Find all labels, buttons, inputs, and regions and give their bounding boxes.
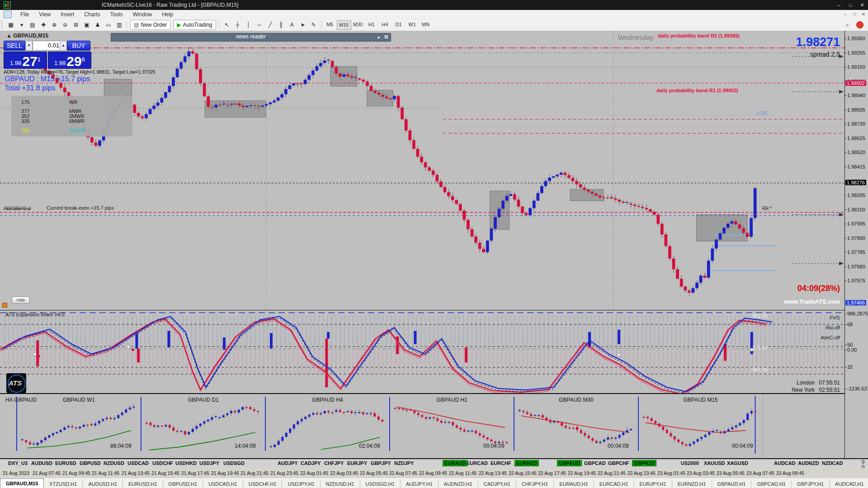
chart-area[interactable]: ▲ GBPAUD,M15 news reader ▲ ⊠ SELL ▼ 0.01… [0, 31, 868, 458]
ticker-eurcad[interactable]: EURCAD [467, 460, 488, 466]
ticker-nzdcad[interactable]: NZDCAD [822, 460, 843, 466]
expansion-index-canvas[interactable] [0, 310, 844, 394]
price-scale[interactable]: 1.993601.992551.991501.990451.989401.988… [844, 31, 868, 458]
chart-type-icon[interactable]: ▤ [28, 20, 38, 29]
timeframe-m30[interactable]: M30 [351, 20, 365, 29]
tab-eurcad-h1[interactable]: EURCAD,H1 [594, 480, 634, 488]
ticker-gbpchf[interactable]: GBPCHF [608, 460, 629, 466]
ticker-gbpnzd[interactable]: GBPNZD [632, 460, 656, 466]
sell-button[interactable]: SELL [4, 41, 25, 51]
close-news-icon[interactable]: ⊠ [384, 33, 388, 40]
menu-view[interactable]: View [34, 10, 56, 19]
search-icon[interactable]: ⌕ [842, 20, 852, 29]
tab-gbpaud-m15[interactable]: GBPAUD,M15 [0, 479, 44, 488]
tab-gbpusd-h1[interactable]: GBPUSD,H1 [163, 480, 203, 488]
ticker-euraud[interactable]: EURAUD [443, 460, 467, 466]
tile-windows-icon[interactable]: ⊞ [71, 20, 81, 29]
draw-tool-3-icon[interactable]: ─ [255, 20, 264, 29]
ticker-gbpcad[interactable]: GBPCAD [584, 460, 606, 466]
ticker-eurnzd[interactable]: EURNZD [514, 460, 539, 466]
indicators-icon[interactable]: ✚ [38, 20, 48, 29]
timeframe-w1[interactable]: W1 [406, 20, 419, 29]
mdi-minimize-button[interactable]: – [841, 10, 850, 19]
close-button[interactable]: ✕ [856, 0, 868, 10]
lot-size-input[interactable]: 0.01 [33, 41, 61, 51]
collapse-icon[interactable]: ▲ [377, 34, 381, 41]
minimize-button[interactable]: – [833, 0, 844, 10]
ticker-usdjpy[interactable]: USDJPY [199, 460, 219, 466]
tab-eurnzd-h1[interactable]: EURNZD,H1 [672, 480, 712, 488]
draw-tool-7-icon[interactable]: ➤ [298, 20, 308, 29]
ticker-gbpjpy[interactable]: GBPJPY [371, 460, 391, 466]
draw-tool-4-icon[interactable]: ╱ [265, 20, 275, 29]
tab-usdcad-h1[interactable]: USDCAD,H1 [203, 480, 243, 488]
ticker-audnzd[interactable]: AUDNZD [798, 460, 819, 466]
autotrading-button[interactable]: ▶ AutoTrading [173, 20, 216, 30]
lot-dropdown[interactable]: ▼ [25, 41, 33, 51]
ticker-audjpy[interactable]: AUDJPY [278, 460, 298, 466]
tab-euraud-h1[interactable]: EURAUD,H1 [554, 480, 594, 488]
time-axis[interactable]: 21 Aug 202321 Aug 07:4521 Aug 09:4521 Au… [0, 468, 868, 479]
timeframe-h1[interactable]: H1 [365, 20, 378, 29]
draw-tool-1-icon[interactable]: ┼ [233, 20, 243, 29]
draw-tool-8-icon[interactable]: ✎ [309, 20, 319, 29]
tab-audusd-h1[interactable]: AUDUSD,H1 [83, 480, 123, 488]
tab-usdsgd-h1[interactable]: USDSGD,H1 [360, 480, 401, 488]
tab-chfjpy-h1[interactable]: CHFJPY,H1 [516, 480, 554, 488]
ticker-gbpaud[interactable]: GBPAUD [557, 460, 582, 466]
alert-icon[interactable] [856, 21, 863, 28]
tab-audjpy-h1[interactable]: AUDJPY,H1 [401, 480, 439, 488]
draw-tool-5-icon[interactable]: ║ [276, 20, 286, 29]
ticker-xauusd[interactable]: XAUUSD [704, 460, 725, 466]
ticker-us2000[interactable]: US2000 [681, 460, 699, 466]
draw-tool-2-icon[interactable]: │ [244, 20, 254, 29]
tab-xtzusd-h1[interactable]: XTZUSD,H1 [44, 480, 83, 488]
menu-help[interactable]: Help [157, 10, 178, 19]
tab-cadjpy-h1[interactable]: CADJPY,H1 [478, 480, 516, 488]
tab-audnzd-h1[interactable]: AUDNZD,H1 [439, 480, 478, 488]
ticker-usdhkd[interactable]: USDHKD [175, 460, 197, 466]
ticker-audcad[interactable]: AUDCAD [774, 460, 796, 466]
menu-file[interactable]: File [15, 10, 34, 19]
zoom-out-icon[interactable]: ⊖ [60, 20, 70, 29]
zoom-in-icon[interactable]: ⊕ [49, 20, 59, 29]
maximize-button[interactable]: □ [844, 0, 856, 10]
ticker-usdsgd[interactable]: USDSGD [223, 460, 245, 466]
lot-up-stepper[interactable]: ▲ [60, 41, 67, 51]
timeframe-m5[interactable]: M5 [323, 20, 337, 29]
new-chart-icon[interactable]: ▦ [6, 20, 16, 29]
ticker-cadjpy[interactable]: CADJPY [301, 460, 321, 466]
ticker-usdchf[interactable]: USDCHF [152, 460, 173, 466]
tab-audcad-h1[interactable]: AUDCAD,H1 [830, 480, 868, 488]
ticker-dxy_u3[interactable]: DXY_U3 [8, 460, 28, 466]
timeframe-mn[interactable]: MN [419, 20, 433, 29]
tab-nzdusd-h1[interactable]: NZDUSD,H1 [321, 480, 360, 488]
ticker-nzdusd[interactable]: NZDUSD [104, 460, 124, 466]
open-folder-icon[interactable]: ▭ [104, 20, 113, 29]
strategy-tester-icon[interactable]: ♟ [93, 20, 103, 29]
ticker-audusd[interactable]: AUDUSD [31, 460, 52, 466]
chart-caption[interactable]: ▲ GBPAUD,M15 [6, 33, 48, 39]
ticker-eurjpy[interactable]: EURJPY [347, 460, 367, 466]
menu-window[interactable]: Window [128, 10, 157, 19]
buy-price[interactable]: 1.98 29 6 [48, 52, 91, 69]
ticker-nzdjpy[interactable]: NZDJPY [394, 460, 414, 466]
terminal-icon[interactable]: ▥ [114, 20, 124, 29]
draw-tool-0-icon[interactable]: ↖ [222, 20, 232, 29]
draw-tool-6-icon[interactable]: A [287, 20, 297, 29]
ticker-eurusd[interactable]: EURUSD [55, 460, 76, 466]
ticker-chfjpy[interactable]: CHFJPY [324, 460, 344, 466]
tab-eurusd-h1[interactable]: EURUSD,H1 [123, 480, 163, 488]
hide-button[interactable]: Hide [12, 296, 30, 304]
ticker-gbpusd[interactable]: GBPUSD [80, 460, 101, 466]
profiles-icon[interactable]: ▾ [17, 20, 27, 29]
sell-price[interactable]: 1.98 27 1 [4, 52, 47, 69]
tab-gbpcad-h1[interactable]: GBPCAD,H1 [751, 480, 792, 488]
timeframe-m15[interactable]: M15 [337, 20, 351, 30]
mdi-close-button[interactable]: ✕ [859, 10, 868, 19]
ticker-xagusd[interactable]: XAGUSD [727, 460, 748, 466]
new-order-button[interactable]: ▤ New Order [130, 20, 170, 30]
menu-insert[interactable]: Insert [56, 10, 79, 19]
tab-eurjpy-h1[interactable]: EURJPY,H1 [634, 480, 672, 488]
tab-usdjpy-h1[interactable]: USDJPY,H1 [282, 480, 320, 488]
